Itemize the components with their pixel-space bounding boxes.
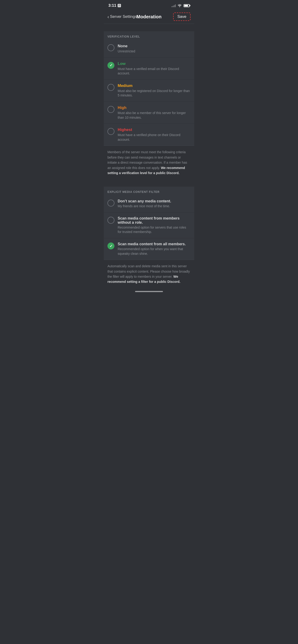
- svg-rect-2: [119, 5, 119, 6]
- option-label-high: High: [118, 106, 191, 110]
- explicit-media-options: Don't scan any media content. My friends…: [104, 196, 194, 260]
- radio-em-no-role[interactable]: [107, 217, 114, 224]
- option-text-none: None Unrestricted: [118, 44, 191, 54]
- page-title: Moderation: [136, 14, 162, 20]
- status-time: 3:11: [108, 3, 121, 8]
- back-button[interactable]: ‹ Server Settings: [107, 14, 137, 20]
- explicit-option-no-role[interactable]: Scan media content from members without …: [104, 212, 194, 238]
- verification-options: None Unrestricted Low Must have a verifi…: [104, 40, 194, 146]
- explicit-option-none[interactable]: Don't scan any media content. My friends…: [104, 196, 194, 212]
- verification-info: Members of the server must meet the foll…: [104, 146, 194, 179]
- back-arrow-icon: ‹: [107, 14, 109, 20]
- option-text-em-all: Scan media content from all members. Rec…: [118, 242, 191, 256]
- signal-icon: [171, 4, 176, 7]
- verification-option-medium[interactable]: Medium Must also be registered on Discor…: [104, 80, 194, 102]
- option-label-low: Low: [118, 62, 191, 66]
- verification-option-low[interactable]: Low Must have a verified email on their …: [104, 58, 194, 80]
- radio-none[interactable]: [107, 44, 114, 51]
- radio-medium[interactable]: [107, 84, 114, 91]
- option-desc-low: Must have a verified email on their Disc…: [118, 67, 191, 76]
- option-desc-em-no-role: Recommended option for servers that use …: [118, 225, 191, 234]
- verification-level-header: VERIFICATION LEVEL: [104, 31, 194, 40]
- option-label-medium: Medium: [118, 84, 191, 88]
- radio-em-none[interactable]: [107, 200, 114, 206]
- radio-high[interactable]: [107, 106, 114, 113]
- option-desc-none: Unrestricted: [118, 49, 191, 54]
- option-label-none: None: [118, 44, 191, 48]
- radio-em-all[interactable]: [107, 242, 114, 250]
- option-label-em-all: Scan media content from all members.: [118, 242, 191, 246]
- save-button[interactable]: Save: [173, 12, 191, 21]
- explicit-media-header: EXPLICIT MEDIA CONTENT FILTER: [104, 186, 194, 196]
- option-label-em-none: Don't scan any media content.: [118, 199, 191, 203]
- explicit-media-info: Automatically scan and delete media sent…: [104, 260, 194, 288]
- option-label-em-no-role: Scan media content from members without …: [118, 216, 191, 225]
- option-text-highest: Highest Must have a verified phone on th…: [118, 128, 191, 142]
- explicit-option-all[interactable]: Scan media content from all members. Rec…: [104, 238, 194, 260]
- option-desc-em-all: Recommended option for when you want tha…: [118, 247, 191, 256]
- verification-option-high[interactable]: High Must also be a member of this serve…: [104, 102, 194, 124]
- battery-icon: [184, 4, 190, 7]
- option-text-high: High Must also be a member of this serve…: [118, 106, 191, 120]
- option-text-em-none: Don't scan any media content. My friends…: [118, 199, 191, 209]
- wifi-icon: [178, 4, 182, 7]
- option-label-highest: Highest: [118, 128, 191, 132]
- option-text-medium: Medium Must also be registered on Discor…: [118, 84, 191, 98]
- verification-option-none[interactable]: None Unrestricted: [104, 40, 194, 58]
- option-text-low: Low Must have a verified email on their …: [118, 62, 191, 76]
- option-desc-medium: Must also be registered on Discord for l…: [118, 89, 191, 98]
- option-desc-highest: Must have a verified phone on their Disc…: [118, 133, 191, 142]
- option-desc-high: Must also be a member of this server for…: [118, 111, 191, 120]
- back-label: Server Settings: [110, 14, 137, 19]
- sim-icon: [118, 4, 121, 7]
- status-bar: 3:11: [104, 0, 194, 10]
- section-spacer-1: [104, 24, 194, 28]
- status-icons: [171, 4, 190, 7]
- nav-header: ‹ Server Settings Moderation Save: [104, 10, 194, 24]
- time-display: 3:11: [108, 3, 116, 8]
- option-desc-em-none: My friends are nice most of the time.: [118, 204, 191, 209]
- home-bar: [135, 291, 163, 292]
- section-spacer-2: [104, 179, 194, 183]
- radio-low[interactable]: [107, 62, 114, 69]
- home-indicator: [104, 288, 194, 294]
- option-text-em-no-role: Scan media content from members without …: [118, 216, 191, 234]
- verification-option-highest[interactable]: Highest Must have a verified phone on th…: [104, 124, 194, 146]
- radio-highest[interactable]: [107, 128, 114, 135]
